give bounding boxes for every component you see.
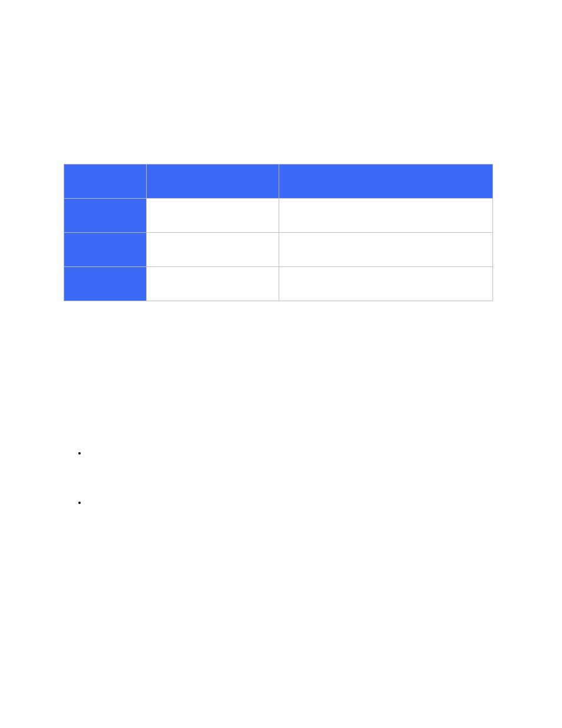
table-cell xyxy=(279,233,493,267)
table-cell xyxy=(146,199,279,233)
table-header-cell xyxy=(64,164,147,199)
table-header-row xyxy=(64,164,493,199)
table-row xyxy=(64,233,493,267)
table-cell xyxy=(279,267,493,301)
row-label-cell xyxy=(64,233,147,267)
table-row xyxy=(64,199,493,233)
table-cell xyxy=(146,267,279,301)
table-cell xyxy=(279,199,493,233)
table-cell xyxy=(146,233,279,267)
table-header-cell xyxy=(279,164,493,199)
table-row xyxy=(64,267,493,301)
row-label-cell xyxy=(64,199,147,233)
row-label-cell xyxy=(64,267,147,301)
table-header-cell xyxy=(146,164,279,199)
data-table xyxy=(64,164,493,301)
bullet-list xyxy=(75,448,87,547)
